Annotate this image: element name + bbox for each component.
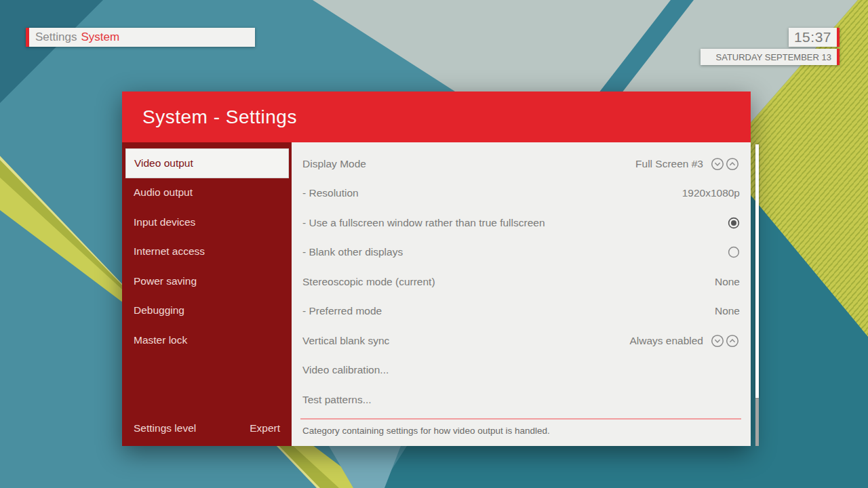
category-description: Category containing settings for how vid… bbox=[292, 420, 751, 436]
setting-row[interactable]: - Preferred mode None bbox=[292, 297, 751, 327]
sidebar-item-label: Input devices bbox=[134, 216, 195, 228]
dialog-body: Video output Audio output Input devices … bbox=[122, 142, 751, 446]
setting-label: Vertical blank sync bbox=[302, 335, 629, 347]
setting-label: Video calibration... bbox=[302, 364, 740, 376]
setting-row[interactable]: Test patterns... bbox=[292, 385, 751, 415]
sidebar-item-label: Power saving bbox=[134, 275, 197, 287]
breadcrumb-page: System bbox=[81, 30, 119, 44]
sidebar-item-label: Debugging bbox=[134, 304, 184, 317]
setting-row[interactable]: - Blank other displays bbox=[292, 238, 751, 268]
breadcrumb-accent bbox=[26, 28, 29, 47]
settings-rows: Display Mode Full Screen #3 - Resolution… bbox=[292, 142, 751, 415]
sidebar-item-video-output[interactable]: Video output bbox=[125, 148, 289, 178]
setting-value: None bbox=[715, 276, 740, 288]
sidebar-item-audio-output[interactable]: Audio output bbox=[122, 178, 292, 208]
date-accent bbox=[837, 49, 840, 65]
breadcrumb-section: Settings bbox=[35, 30, 77, 44]
settings-level-row[interactable]: Settings level Expert bbox=[122, 415, 292, 442]
setting-label: Test patterns... bbox=[302, 394, 740, 406]
setting-row[interactable]: Vertical blank sync Always enabled bbox=[292, 326, 751, 356]
setting-row[interactable]: Video calibration... bbox=[292, 356, 751, 386]
sidebar-item-power-saving[interactable]: Power saving bbox=[122, 266, 292, 296]
setting-label: - Blank other displays bbox=[302, 246, 721, 258]
setting-value: None bbox=[715, 305, 740, 317]
spin-up-icon[interactable] bbox=[727, 158, 738, 169]
date-text: SATURDAY SEPTEMBER 13 bbox=[716, 52, 832, 62]
sidebar: Video output Audio output Input devices … bbox=[122, 142, 292, 446]
sidebar-item-label: Internet access bbox=[134, 245, 205, 258]
spin-up-icon[interactable] bbox=[727, 335, 738, 346]
setting-label: - Preferred mode bbox=[302, 305, 715, 317]
spin-down-icon[interactable] bbox=[712, 335, 724, 346]
settings-dialog: System - Settings Video output Audio out… bbox=[122, 92, 751, 446]
sidebar-item-label: Audio output bbox=[134, 186, 193, 199]
setting-value: 1920x1080p bbox=[682, 187, 740, 199]
settings-level-label: Settings level bbox=[134, 422, 196, 434]
setting-label: Stereoscopic mode (current) bbox=[302, 276, 715, 288]
setting-label: - Resolution bbox=[302, 187, 682, 199]
setting-row[interactable]: - Use a fullscreen window rather than tr… bbox=[292, 208, 751, 238]
sidebar-item-master-lock[interactable]: Master lock bbox=[122, 325, 292, 355]
spinner-icons bbox=[710, 334, 740, 348]
sidebar-item-internet-access[interactable]: Internet access bbox=[122, 237, 292, 267]
setting-label: Display Mode bbox=[302, 158, 635, 170]
setting-row[interactable]: - Resolution 1920x1080p bbox=[292, 179, 751, 209]
clock-time: 15:37 bbox=[794, 29, 831, 45]
dialog-title: System - Settings bbox=[142, 106, 297, 128]
spin-down-icon[interactable] bbox=[712, 158, 724, 169]
setting-label: - Use a fullscreen window rather than tr… bbox=[302, 217, 721, 229]
radio-selected-icon[interactable] bbox=[728, 217, 740, 229]
sidebar-item-label: Master lock bbox=[134, 334, 187, 346]
panel-footer: Category containing settings for how vid… bbox=[292, 418, 751, 446]
scrollbar-thumb[interactable] bbox=[755, 144, 759, 398]
sidebar-items: Video output Audio output Input devices … bbox=[122, 142, 292, 355]
clock-accent bbox=[837, 28, 840, 47]
dialog-header: System - Settings bbox=[122, 92, 751, 142]
scrollbar[interactable] bbox=[755, 144, 759, 446]
setting-row[interactable]: Display Mode Full Screen #3 bbox=[292, 149, 751, 179]
settings-panel: Display Mode Full Screen #3 - Resolution… bbox=[292, 142, 751, 446]
setting-value: Full Screen #3 bbox=[635, 158, 703, 170]
setting-row[interactable]: Stereoscopic mode (current) None bbox=[292, 267, 751, 297]
spinner-icons bbox=[710, 157, 740, 171]
radio-unselected-icon[interactable] bbox=[728, 246, 740, 258]
clock: 15:37 bbox=[789, 28, 840, 47]
settings-level-value: Expert bbox=[250, 422, 280, 434]
breadcrumb: Settings System bbox=[26, 28, 255, 47]
setting-value: Always enabled bbox=[629, 335, 703, 347]
sidebar-item-input-devices[interactable]: Input devices bbox=[122, 207, 292, 237]
date: SATURDAY SEPTEMBER 13 bbox=[701, 49, 840, 65]
sidebar-item-debugging[interactable]: Debugging bbox=[122, 296, 292, 326]
screen: Settings System 15:37 SATURDAY SEPTEMBER… bbox=[0, 0, 868, 488]
sidebar-item-label: Video output bbox=[134, 157, 193, 169]
